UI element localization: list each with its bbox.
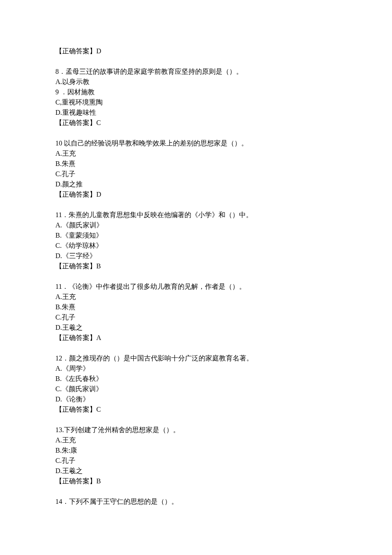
question-answer: 【正确答案】B (55, 476, 337, 486)
question-option: D.颜之推 (55, 179, 337, 189)
question-block: 13.下列创建了沧州精舍的思想家是（）。 A.王充 B.朱:康 C.孔子 D.王… (55, 425, 337, 486)
question-block: 8．孟母三迁的故事讲的是家庭学前教育应坚持的原则是（）。 A.以身示教 9 ．因… (55, 67, 337, 128)
question-option: D.《论衡》 (55, 394, 337, 404)
question-stem: 10 以自己的经验说明早教和晚学效果上的差别的思想家是（）。 (55, 138, 337, 148)
question-option: 9 ．因材施教 (55, 87, 337, 97)
question-option: A.以身示教 (55, 77, 337, 87)
question-number: 14 (55, 498, 62, 505)
question-option: D.重视趣味性 (55, 108, 337, 118)
question-option: D.《三字经》 (55, 251, 337, 261)
question-answer: 【正确答案】A (55, 333, 337, 343)
question-option: B.《童蒙须知》 (55, 230, 337, 241)
question-number: 11 (55, 283, 62, 290)
question-option: D.王羲之 (55, 323, 337, 333)
question-option: C.孔子 (55, 169, 337, 179)
question-text: 以自己的经验说明早教和晚学效果上的差别的思想家是（）。 (62, 139, 248, 147)
question-option: A.《周学》 (55, 363, 337, 374)
question-answer: 【正确答案】C (55, 404, 337, 415)
question-option: A.王充 (55, 292, 337, 302)
question-text: ．《论衡》中作者提出了很多幼儿教育的见解，作者是（）。 (62, 283, 246, 290)
question-block: 10 以自己的经验说明早教和晚学效果上的差别的思想家是（）。 A.王充 B.朱熹… (55, 138, 337, 200)
question-option: C,重视环境熏陶 (55, 97, 337, 108)
question-option: C.孔子 (55, 456, 337, 466)
question-stem: 11．《论衡》中作者提出了很多幼儿教育的见解，作者是（）。 (55, 282, 337, 292)
question-stem: 13.下列创建了沧州精舍的思想家是（）。 (55, 425, 337, 435)
question-stem: 11．朱熹的儿童教育思想集中反映在他编著的《小学》和（）中。 (55, 210, 337, 220)
question-number: 13. (55, 426, 64, 433)
question-option: B.朱熹 (55, 159, 337, 169)
question-option: C.《幼学琼林》 (55, 241, 337, 251)
question-answer: 【正确答案】C (55, 118, 337, 128)
question-number: 8 (55, 68, 59, 75)
question-block: 14．下列不属于王守仁的思想的是（）。 (55, 497, 337, 507)
question-text: 下列创建了沧州精舍的思想家是（）。 (64, 426, 180, 433)
question-number: 12 (55, 355, 62, 362)
question-text: ．颜之推现存的（）是中国古代影响十分广泛的家庭教育名著。 (62, 355, 253, 362)
leading-answer: 【正确答案】D (55, 46, 337, 56)
question-block: 11．朱熹的儿童教育思想集中反映在他编著的《小学》和（）中。 A.《颜氏家训》 … (55, 210, 337, 271)
question-text: ．朱熹的儿童教育思想集中反映在他编著的《小学》和（）中。 (62, 211, 253, 218)
question-answer: 【正确答案】B (55, 261, 337, 271)
question-option: C.《颜氏家训》 (55, 384, 337, 394)
question-answer: 【正确答案】D (55, 189, 337, 200)
document-page: 【正确答案】D 8．孟母三迁的故事讲的是家庭学前教育应坚持的原则是（）。 A.以… (0, 0, 392, 555)
question-block: 12．颜之推现存的（）是中国古代影响十分广泛的家庭教育名著。 A.《周学》 B.… (55, 353, 337, 415)
question-option: C.孔子 (55, 312, 337, 323)
question-option: D.王羲之 (55, 466, 337, 476)
question-option: A.王充 (55, 148, 337, 159)
question-option: B.朱:康 (55, 445, 337, 456)
question-number: 10 (55, 139, 62, 147)
question-stem: 14．下列不属于王守仁的思想的是（）。 (55, 497, 337, 507)
question-option: B.《左氏春秋》 (55, 374, 337, 384)
question-number: 11 (55, 211, 62, 218)
question-text: ．孟母三迁的故事讲的是家庭学前教育应坚持的原则是（）。 (59, 68, 243, 75)
question-block: 11．《论衡》中作者提出了很多幼儿教育的见解，作者是（）。 A.王充 B.朱熹 … (55, 282, 337, 343)
question-option: A.《颜氏家训》 (55, 220, 337, 230)
question-stem: 12．颜之推现存的（）是中国古代影响十分广泛的家庭教育名著。 (55, 353, 337, 363)
question-text: ．下列不属于王守仁的思想的是（）。 (62, 498, 178, 505)
question-option: A.王充 (55, 435, 337, 445)
question-option: B.朱熹 (55, 302, 337, 312)
question-stem: 8．孟母三迁的故事讲的是家庭学前教育应坚持的原则是（）。 (55, 67, 337, 77)
